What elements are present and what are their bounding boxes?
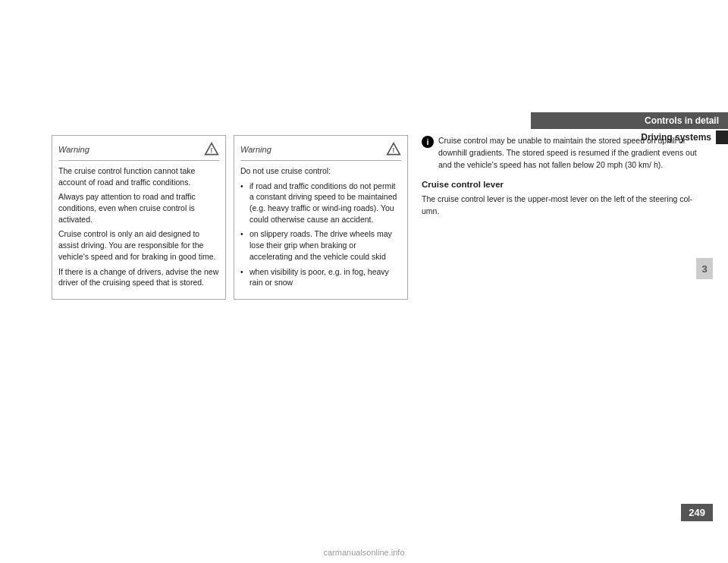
warning-p2: Always pay attention to road and traffic… [58, 191, 219, 225]
warning-box-2: Warning ! Do not use cruise control: if … [234, 135, 408, 300]
warning-box-2-content: Do not use cruise control: if road and t… [240, 165, 401, 288]
warning-box-1: Warning ! The cruise control function ca… [52, 135, 226, 300]
warning-triangle-icon-1: ! [204, 142, 219, 157]
bullet-1: if road and traffic conditions do not pe… [240, 181, 401, 225]
warning-p3: Cruise control is only an aid designed t… [58, 228, 219, 262]
warning-box-1-content: The cruise control function cannot take … [58, 165, 219, 288]
main-content: Warning ! The cruise control function ca… [52, 135, 713, 300]
info-icon: i [422, 136, 434, 148]
warning-p4: If there is a change of drivers, advise … [58, 266, 219, 288]
warning-bullet-list: if road and traffic conditions do not pe… [240, 181, 401, 288]
warning-header-1: Warning ! [58, 142, 219, 161]
warning-title-2: Warning [240, 145, 271, 154]
page-number: 249 [681, 504, 713, 521]
cruise-control-lever-body: The cruise control lever is the upper-mo… [422, 193, 707, 218]
svg-text:!: ! [211, 146, 213, 154]
controls-in-detail-label: Controls in detail [531, 112, 728, 129]
warning-header-2: Warning ! [240, 142, 401, 161]
warning-intro: Do not use cruise control: [240, 165, 401, 177]
bullet-3: when visibility is poor, e.g. in fog, he… [240, 266, 401, 288]
cruise-control-lever-title: Cruise control lever [422, 180, 707, 189]
driving-systems-block [716, 131, 728, 144]
svg-text:!: ! [393, 146, 395, 154]
info-section: i Cruise control may be unable to mainta… [416, 135, 713, 300]
warning-title-1: Warning [58, 145, 89, 154]
warning-triangle-icon-2: ! [386, 142, 401, 157]
info-box: i Cruise control may be unable to mainta… [422, 135, 707, 171]
warning-p1: The cruise control function cannot take … [58, 165, 219, 187]
section-number-tab: 3 [696, 258, 713, 279]
info-text: Cruise control may be unable to maintain… [438, 135, 707, 171]
watermark: carmanualsonline.info [323, 548, 404, 557]
bullet-2: on slippery roads. The drive wheels may … [240, 228, 401, 262]
